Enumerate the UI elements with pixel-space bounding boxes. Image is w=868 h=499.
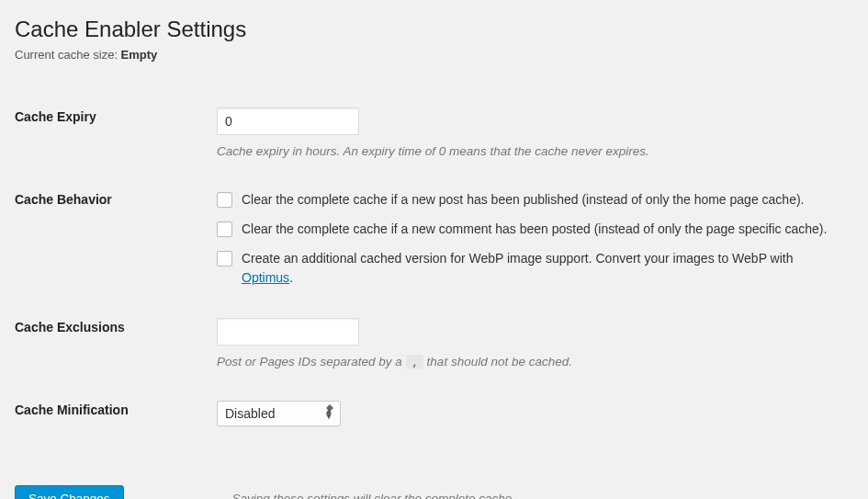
cache-exclusions-input[interactable] [217, 318, 359, 346]
optimus-link[interactable]: Optimus [242, 270, 289, 285]
save-note: Saving these settings will clear the com… [232, 492, 515, 499]
cache-size-label: Current cache size: [15, 48, 121, 62]
save-changes-button[interactable]: Save Changes [15, 485, 124, 499]
webp-text-prefix: Create an additional cached version for … [242, 251, 794, 266]
webp-support-checkbox[interactable] [217, 251, 232, 267]
exclusions-desc-suffix: that should not be cached. [423, 355, 572, 369]
cache-size-status: Current cache size: Empty [15, 48, 853, 62]
settings-table: Cache Expiry Cache expiry in hours. An e… [15, 93, 853, 441]
clear-on-comment-checkbox[interactable] [217, 221, 232, 237]
cache-exclusions-label: Cache Exclusions [15, 303, 217, 386]
cache-expiry-input[interactable] [217, 108, 359, 135]
cache-exclusions-description: Post or Pages IDs separated by a , that … [217, 353, 844, 371]
webp-text-suffix: . [289, 270, 293, 285]
footer-row: Save Changes Saving these settings will … [15, 485, 853, 499]
clear-on-comment-text: Clear the complete cache if a new commen… [242, 220, 827, 240]
clear-on-post-text: Clear the complete cache if a new post h… [242, 190, 805, 210]
cache-minification-select[interactable]: Disabled [217, 401, 341, 426]
cache-minification-label: Cache Minification [15, 386, 217, 441]
cache-expiry-description: Cache expiry in hours. An expiry time of… [217, 142, 844, 161]
minification-select-wrap: Disabled ▲▼ [217, 401, 341, 426]
webp-support-text: Create an additional cached version for … [242, 249, 844, 289]
exclusions-desc-prefix: Post or Pages IDs separated by a [217, 355, 406, 369]
clear-on-post-checkbox[interactable] [217, 192, 232, 208]
page-title: Cache Enabler Settings [15, 17, 853, 42]
exclusions-separator-chip: , [406, 355, 423, 369]
cache-expiry-label: Cache Expiry [15, 93, 217, 176]
cache-size-value: Empty [121, 48, 158, 62]
cache-behavior-label: Cache Behavior [15, 176, 217, 303]
